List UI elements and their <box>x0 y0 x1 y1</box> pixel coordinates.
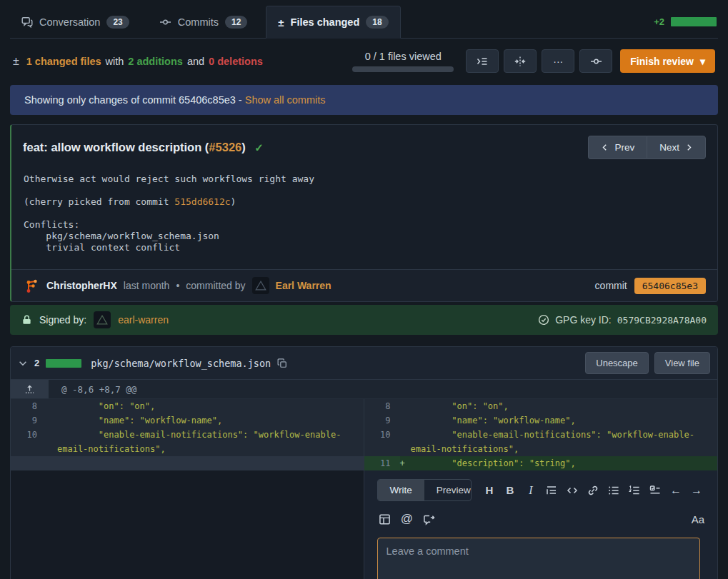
diff-cell-new: 10 "enable-email-notifications": "workfl… <box>364 428 718 456</box>
commit-filter-banner: Showing only changes of commit 65406c85e… <box>10 85 718 115</box>
lock-icon <box>21 314 32 326</box>
tab-label: Files changed <box>291 16 360 28</box>
diff-row: 8 "on": "on", 8 "on": "on", <box>11 399 717 413</box>
line-number[interactable]: 8 <box>11 399 46 413</box>
tab-conversation[interactable]: Conversation 23 <box>10 6 141 38</box>
additions-text: 2 additions <box>128 56 183 67</box>
link-icon[interactable] <box>585 483 601 498</box>
changed-files-link[interactable]: 1 changed files <box>26 56 101 67</box>
whitespace-toggle-button[interactable] <box>504 49 537 73</box>
commit-author-row: ChristopherHX last month • committed by … <box>11 269 717 301</box>
commit-message-line: trivial context conflict <box>24 242 706 253</box>
view-file-button[interactable]: View file <box>654 352 710 374</box>
line-sign <box>46 456 57 470</box>
hunk-header-text: @ -8,6 +8,7 @@ <box>49 380 136 398</box>
bold-icon[interactable]: B <box>502 483 518 498</box>
copy-path-icon[interactable] <box>277 358 287 368</box>
committer-avatar[interactable] <box>252 277 269 294</box>
table-icon[interactable] <box>377 511 393 527</box>
commit-sha-badge[interactable]: 65406c85e3 <box>634 278 706 294</box>
line-number[interactable]: 9 <box>364 413 400 428</box>
font-toggle-icon[interactable]: Aa <box>692 513 704 525</box>
unescape-button[interactable]: Unescape <box>585 352 649 374</box>
tab-commits[interactable]: Commits 12 <box>148 6 259 38</box>
additions-count: +2 <box>654 16 664 27</box>
conversation-icon <box>21 16 33 28</box>
ordered-list-icon[interactable] <box>627 483 642 498</box>
author-name[interactable]: ChristopherHX <box>46 280 117 291</box>
separator-dot: • <box>176 280 179 291</box>
signer-avatar[interactable] <box>94 311 111 328</box>
issue-link[interactable]: #5326 <box>209 141 241 153</box>
line-number[interactable]: 11 <box>364 456 400 470</box>
line-number[interactable]: 10 <box>364 428 400 456</box>
commit-title: feat: allow workflow description (#5326)… <box>23 141 264 154</box>
file-tree-toggle-button[interactable] <box>466 49 499 73</box>
commits-count-badge: 12 <box>225 16 247 29</box>
unordered-list-icon[interactable] <box>606 483 622 498</box>
line-number[interactable]: 9 <box>11 413 46 428</box>
commit-label: commit <box>595 280 627 291</box>
line-number[interactable]: 10 <box>11 428 46 456</box>
arrow-left-icon[interactable]: ← <box>668 483 684 498</box>
diff-file-box: 2 pkg/schema/workflow_schema.json Unesca… <box>10 346 718 579</box>
cherry-pick-commit-link[interactable]: 515dd6612c <box>174 196 230 207</box>
diff-options-button[interactable]: ··· <box>542 49 574 73</box>
commit-icon <box>159 16 171 28</box>
diff-row-added: 11 + "description": "string", <box>11 456 717 470</box>
commit-select-button[interactable] <box>579 49 612 73</box>
code-line: "name": "workflow-name", <box>411 413 718 428</box>
author-avatar[interactable] <box>23 277 40 294</box>
files-viewed-progress: 0 / 1 files viewed <box>352 51 454 72</box>
code-icon[interactable] <box>564 483 580 498</box>
prev-commit-button[interactable]: Prev <box>588 136 647 159</box>
line-sign <box>400 413 411 428</box>
diff-cell-old: 8 "on": "on", <box>11 399 364 413</box>
write-tab[interactable]: Write <box>378 480 424 500</box>
added-line-sign: + <box>400 456 411 470</box>
committer-name[interactable]: Earl Warren <box>276 280 331 291</box>
finish-review-label: Finish review <box>630 56 694 67</box>
show-all-commits-link[interactable]: Show all commits <box>245 94 326 106</box>
next-commit-button[interactable]: Next <box>647 136 706 159</box>
line-number <box>11 456 46 470</box>
gpg-signed-row: Signed by: earl-warren GPG key ID: 0579C… <box>10 305 718 335</box>
commit-header: feat: allow workflow description (#5326)… <box>11 125 717 163</box>
expand-hunk-button[interactable] <box>11 380 49 398</box>
mention-icon[interactable]: @ <box>399 511 415 527</box>
quote-icon[interactable] <box>544 483 559 498</box>
reference-icon[interactable] <box>422 511 437 527</box>
commit-card: feat: allow workflow description (#5326)… <box>10 124 718 302</box>
arrow-right-icon[interactable]: → <box>689 483 704 498</box>
finish-review-button[interactable]: Finish review ▾ <box>620 49 715 73</box>
comment-input[interactable] <box>377 538 700 579</box>
diff-toolbar-actions: 0 / 1 files viewed ··· <box>352 49 715 73</box>
deletions-text: 0 deletions <box>209 56 263 67</box>
files-viewed-label: 0 / 1 files viewed <box>361 51 446 62</box>
task-list-icon[interactable] <box>647 483 663 498</box>
italic-icon[interactable]: I <box>523 483 539 498</box>
chevron-left-icon <box>601 144 609 151</box>
gpg-key-group: GPG key ID: 0579CB2928A78A00 <box>538 314 707 326</box>
code-line: "on": "on", <box>57 399 364 413</box>
diff-cell-old: 9 "name": "workflow-name", <box>11 413 364 428</box>
signer-name-link[interactable]: earl-warren <box>118 314 169 326</box>
format-icons: H B I <box>482 483 704 498</box>
preview-tab[interactable]: Preview <box>424 480 472 500</box>
files-viewed-bar <box>352 66 454 72</box>
code-line: "on": "on", <box>411 399 718 413</box>
diff-cell-old-empty <box>11 456 364 470</box>
code-line <box>57 456 364 470</box>
prev-label: Prev <box>614 142 634 153</box>
verified-check-icon <box>538 314 549 326</box>
tab-files-changed[interactable]: ± Files changed 18 <box>266 6 400 39</box>
commit-message-line: (cherry picked from commit 515dd6612c) <box>24 196 706 208</box>
diff-icon: ± <box>13 55 19 68</box>
heading-icon[interactable]: H <box>482 483 497 498</box>
commit-status-success-icon[interactable]: ✓ <box>254 141 264 153</box>
chevron-down-icon[interactable] <box>18 358 28 368</box>
pr-files-changed-page: Conversation 23 Commits 12 ± Files chang… <box>0 6 728 579</box>
commit-message-body: Otherwise act would reject such workflow… <box>11 163 717 269</box>
diff-cell-new-added: 11 + "description": "string", <box>364 456 718 470</box>
line-number[interactable]: 8 <box>364 399 400 413</box>
